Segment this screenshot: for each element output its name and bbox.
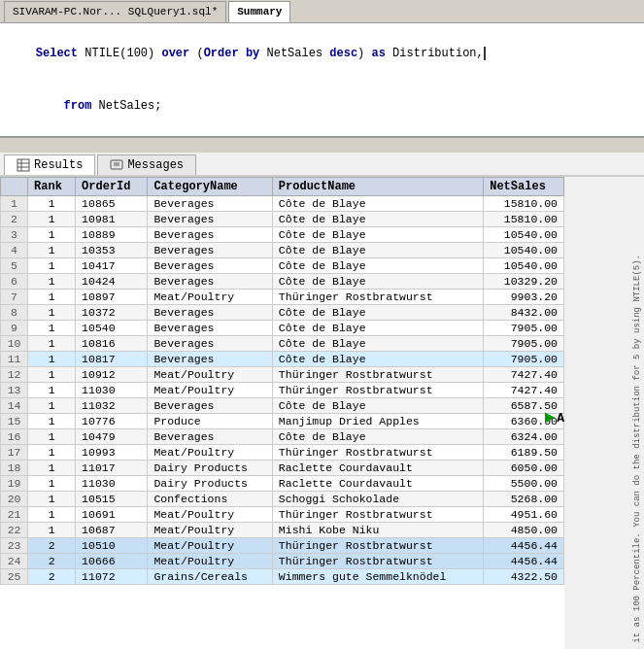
cell-rownum: 16 (1, 429, 28, 445)
cell-netsales: 15810.00 (484, 212, 564, 227)
table-row: 13111030Meat/PoultryThüringer Rostbratwu… (1, 383, 564, 398)
cell-category: Meat/Poultry (148, 507, 272, 523)
cell-category: Meat/Poultry (148, 554, 272, 569)
annotation-column: The Net Sales is Distributed over 100 gr… (564, 177, 644, 649)
tab-summary[interactable]: Summary (228, 1, 290, 22)
tabs-row: Results Messages (0, 153, 644, 177)
cell-orderid: 10353 (76, 243, 148, 258)
cell-rownum: 2 (1, 212, 28, 227)
cell-category: Meat/Poultry (148, 523, 272, 538)
cell-product: Wimmers gute Semmelknödel (272, 569, 483, 585)
cell-orderid: 10510 (76, 538, 148, 554)
cell-category: Beverages (148, 196, 272, 212)
table-row: 19111030Dairy ProductsRaclette Courdavau… (1, 476, 564, 492)
cell-rownum: 4 (1, 243, 28, 258)
cell-rank: 1 (28, 398, 76, 414)
cell-netsales: 7427.40 (484, 383, 564, 398)
table-row: 14111032BeveragesCôte de Blaye6587.50 (1, 398, 564, 414)
tab-sqlquery[interactable]: SIVARAM-PC.Nor... SQLQuery1.sql* (4, 1, 226, 22)
cell-orderid: 10691 (76, 507, 148, 523)
cell-netsales: 10540.00 (484, 243, 564, 258)
cell-product: Raclette Courdavault (272, 461, 483, 476)
cell-rownum: 3 (1, 227, 28, 243)
table-row: 12110912Meat/PoultryThüringer Rostbratwu… (1, 367, 564, 383)
cell-product: Manjimup Dried Apples (272, 414, 483, 429)
cell-netsales: 4456.44 (484, 538, 564, 554)
table-row: 17110993Meat/PoultryThüringer Rostbratwu… (1, 445, 564, 461)
cell-orderid: 10515 (76, 492, 148, 507)
cell-product: Côte de Blaye (272, 243, 483, 258)
cell-rownum: 13 (1, 383, 28, 398)
table-row: 18111017Dairy ProductsRaclette Courdavau… (1, 461, 564, 476)
cell-orderid: 10816 (76, 336, 148, 352)
main-content: Rank OrderId CategoryName ProductName Ne… (0, 177, 644, 649)
cell-orderid: 10776 (76, 414, 148, 429)
cell-category: Grains/Cereals (148, 569, 272, 585)
cell-product: Côte de Blaye (272, 398, 483, 414)
cell-rownum: 17 (1, 445, 28, 461)
annotation-text: The Net Sales is Distributed over 100 gr… (632, 255, 642, 649)
cell-rank: 1 (28, 227, 76, 243)
table-row: 23210510Meat/PoultryThüringer Rostbratwu… (1, 538, 564, 554)
cell-product: Thüringer Rostbratwurst (272, 554, 483, 569)
cell-rank: 1 (28, 445, 76, 461)
cell-netsales: 4850.00 (484, 523, 564, 538)
col-categoryname: CategoryName (148, 178, 272, 196)
cell-product: Côte de Blaye (272, 212, 483, 227)
table-row: 25211072Grains/CerealsWimmers gute Semme… (1, 569, 564, 585)
table-row: 20110515ConfectionsSchoggi Schokolade526… (1, 492, 564, 507)
table-row: 2110981BeveragesCôte de Blaye15810.00 (1, 212, 564, 227)
cell-rank: 2 (28, 554, 76, 569)
cell-netsales: 7427.40 (484, 367, 564, 383)
table-row: 16110479BeveragesCôte de Blaye6324.00 (1, 429, 564, 445)
grid-container[interactable]: Rank OrderId CategoryName ProductName Ne… (0, 177, 564, 649)
cell-category: Beverages (148, 336, 272, 352)
results-table: Rank OrderId CategoryName ProductName Ne… (0, 177, 564, 585)
cell-rank: 1 (28, 523, 76, 538)
table-row: 24210666Meat/PoultryThüringer Rostbratwu… (1, 554, 564, 569)
cell-netsales: 4322.50 (484, 569, 564, 585)
cell-orderid: 11072 (76, 569, 148, 585)
cell-category: Beverages (148, 258, 272, 274)
cell-orderid: 10865 (76, 196, 148, 212)
cell-rownum: 10 (1, 336, 28, 352)
tab-messages[interactable]: Messages (97, 154, 196, 175)
h-scrollbar[interactable] (0, 137, 644, 153)
cell-product: Thüringer Rostbratwurst (272, 383, 483, 398)
cell-netsales: 10540.00 (484, 227, 564, 243)
cell-category: Beverages (148, 305, 272, 321)
cell-category: Meat/Poultry (148, 445, 272, 461)
col-netsales: NetSales (484, 178, 564, 196)
cell-netsales: 7905.00 (484, 352, 564, 367)
cell-rank: 1 (28, 507, 76, 523)
cell-orderid: 11017 (76, 461, 148, 476)
cell-orderid: 10687 (76, 523, 148, 538)
cell-orderid: 10981 (76, 212, 148, 227)
cell-netsales: 5500.00 (484, 476, 564, 492)
cell-rank: 1 (28, 258, 76, 274)
cell-category: Dairy Products (148, 476, 272, 492)
cell-rownum: 24 (1, 554, 28, 569)
tab-results-label: Results (34, 158, 83, 172)
table-row: 15110776ProduceManjimup Dried Apples6360… (1, 414, 564, 429)
tab-results[interactable]: Results (4, 154, 95, 175)
cell-product: Côte de Blaye (272, 227, 483, 243)
cell-netsales: 10329.20 (484, 274, 564, 290)
cell-product: Thüringer Rostbratwurst (272, 538, 483, 554)
cell-rank: 1 (28, 429, 76, 445)
cell-product: Côte de Blaye (272, 352, 483, 367)
tab-messages-label: Messages (127, 158, 184, 172)
cell-category: Beverages (148, 398, 272, 414)
cell-rownum: 23 (1, 538, 28, 554)
cell-category: Meat/Poultry (148, 538, 272, 554)
cell-orderid: 10479 (76, 429, 148, 445)
cell-rank: 2 (28, 538, 76, 554)
table-row: 3110889BeveragesCôte de Blaye10540.00 (1, 227, 564, 243)
col-productname: ProductName (272, 178, 483, 196)
table-row: 9110540BeveragesCôte de Blaye7905.00 (1, 321, 564, 336)
sql-line-1: Select NTILE(100) over (Order by NetSale… (8, 27, 636, 80)
table-row: 21110691Meat/PoultryThüringer Rostbratwu… (1, 507, 564, 523)
cell-orderid: 10912 (76, 367, 148, 383)
cell-rownum: 18 (1, 461, 28, 476)
table-row: 11110817BeveragesCôte de Blaye7905.00 (1, 352, 564, 367)
